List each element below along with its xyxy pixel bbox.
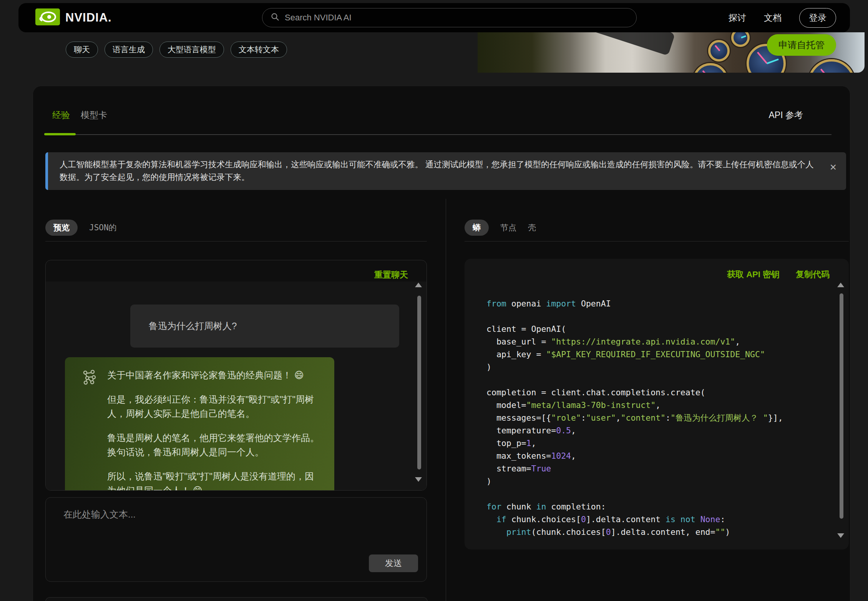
search-input[interactable] xyxy=(284,12,628,23)
apply-self-host-button[interactable]: 申请自托管 xyxy=(767,34,836,56)
assistant-paragraph: 所以，说鲁迅"殴打"或"打"周树人是没有道理的，因为他们是同一个人！ 😊 xyxy=(107,469,321,491)
nav-link-discuss[interactable]: 探讨 xyxy=(729,12,746,24)
model-icon xyxy=(82,370,97,385)
code-line: messages=[{"role":"user","content":"鲁迅为什… xyxy=(486,411,783,424)
code-line: api_key = "$API_KEY_REQUIRED_IF_EXECUTIN… xyxy=(486,348,783,361)
code-line: stream=True xyxy=(486,462,783,475)
code-line: completion = client.chat.completions.cre… xyxy=(486,386,783,399)
banner-accent-bar xyxy=(45,152,48,190)
get-api-key-link[interactable]: 获取 API 密钥 xyxy=(727,269,780,280)
column-divider xyxy=(446,199,446,601)
assistant-message: 关于中国著名作家和评论家鲁迅的经典问题！ 😄 但是，我必须纠正你：鲁迅并没有"殴… xyxy=(65,357,334,491)
copy-code-link[interactable]: 复制代码 xyxy=(796,269,830,280)
subtab-python[interactable]: 蟒 xyxy=(465,220,489,236)
chat-scrollbar-thumb[interactable] xyxy=(417,296,421,469)
nav-link-docs[interactable]: 文档 xyxy=(764,12,782,24)
tag-text-to-text[interactable]: 文本转文本 xyxy=(231,42,287,58)
subtab-json[interactable]: JSON的 xyxy=(89,222,117,233)
close-icon[interactable]: ✕ xyxy=(830,162,837,173)
navbar-links: 探讨 文档 登录 xyxy=(729,8,836,28)
subtab-node[interactable]: 节点 xyxy=(500,222,516,233)
search-icon xyxy=(271,13,279,23)
subtab-shell[interactable]: 壳 xyxy=(528,222,536,233)
code-line: model="meta/llama3-70b-instruct", xyxy=(486,399,783,411)
model-tags: 聊天 语言生成 大型语言模型 文本转文本 xyxy=(66,42,287,58)
banner-text: 人工智能模型基于复杂的算法和机器学习技术生成响应和输出，这些响应或输出可能不准确… xyxy=(48,152,846,190)
chat-box: 重置聊天 鲁迅为什么打周树人? xyxy=(45,260,427,491)
code-line: for chunk in completion: xyxy=(486,500,783,513)
code-panel: 获取 API 密钥 复制代码 from openai import OpenAI… xyxy=(465,259,849,549)
tag-llm[interactable]: 大型语言模型 xyxy=(159,42,224,58)
code-line: client = OpenAI( xyxy=(486,323,783,335)
chat-messages: 鲁迅为什么打周树人? 关于中国著名作家和评 xyxy=(46,281,427,491)
code-line: base_url = "https://integrate.api.nvidia… xyxy=(486,335,783,348)
hero-llama-harness xyxy=(591,32,675,56)
send-button[interactable]: 发送 xyxy=(369,554,418,572)
tab-api-reference[interactable]: API 参考 xyxy=(769,109,803,121)
tab-experience[interactable]: 经验 xyxy=(52,109,70,121)
code-line: temperature=0.5, xyxy=(486,424,783,437)
hero-gauge xyxy=(693,63,728,73)
code-block: from openai import OpenAI client = OpenA… xyxy=(486,297,783,538)
assistant-paragraph: 鲁迅是周树人的笔名，他用它来签署他的文学作品。换句话说，鲁迅和周树人是同一个人。 xyxy=(107,431,321,459)
preview-subtabs: 预览 JSON的 xyxy=(45,220,117,236)
hero-gauge xyxy=(731,32,750,47)
active-tab-underline xyxy=(44,133,76,135)
assistant-paragraph: 关于中国著名作家和评论家鲁迅的经典问题！ 😄 xyxy=(107,368,321,382)
parameters-section-edge[interactable] xyxy=(45,597,428,601)
code-line: max_tokens=1024, xyxy=(486,450,783,462)
login-button[interactable]: 登录 xyxy=(799,8,836,28)
nvidia-logo[interactable]: NVIDIA. xyxy=(35,8,112,27)
main-card: 经验 模型卡 API 参考 人工智能模型基于复杂的算法和机器学习技术生成响应和输… xyxy=(33,86,850,601)
code-subtabs: 蟒 节点 壳 xyxy=(465,220,536,236)
brand-wordmark: NVIDIA. xyxy=(65,11,112,25)
user-message: 鲁迅为什么打周树人? xyxy=(130,305,399,348)
assistant-message-text: 关于中国著名作家和评论家鲁迅的经典问题！ 😄 但是，我必须纠正你：鲁迅并没有"殴… xyxy=(107,368,321,491)
code-scrollbar-thumb[interactable] xyxy=(840,293,843,519)
code-actions: 获取 API 密钥 复制代码 xyxy=(727,269,830,280)
subtab-preview[interactable]: 预览 xyxy=(45,220,78,236)
tag-language-generation[interactable]: 语言生成 xyxy=(105,42,153,58)
user-message-text: 鲁迅为什么打周树人? xyxy=(149,320,237,332)
disclaimer-banner: 人工智能模型基于复杂的算法和机器学习技术生成响应和输出，这些响应或输出可能不准确… xyxy=(45,152,846,190)
code-line: ) xyxy=(486,361,783,373)
tabs-divider xyxy=(45,134,831,135)
code-line: top_p=1, xyxy=(486,437,783,450)
search-bar[interactable] xyxy=(262,8,637,27)
tag-chat[interactable]: 聊天 xyxy=(66,42,98,58)
scroll-up-icon[interactable] xyxy=(837,283,844,287)
chat-input[interactable] xyxy=(63,508,402,555)
code-line xyxy=(486,373,783,386)
code-line: if chunk.choices[0].delta.content is not… xyxy=(486,513,783,526)
code-line: ) xyxy=(486,475,783,488)
scroll-down-icon[interactable] xyxy=(837,533,844,538)
hero-gauge xyxy=(708,40,730,62)
left-subtabs-divider xyxy=(45,241,427,241)
page: NVIDIA. 探讨 文档 登录 申请自托管 聊天 语言生成 xyxy=(0,0,868,601)
tab-model-card[interactable]: 模型卡 xyxy=(81,109,107,121)
chat-input-box: 发送 xyxy=(45,497,427,582)
code-line xyxy=(486,488,783,500)
hero-image: 申请自托管 xyxy=(478,32,865,73)
nvidia-eye-icon xyxy=(35,8,60,27)
right-subtabs-divider xyxy=(465,241,849,241)
scroll-down-icon[interactable] xyxy=(415,477,422,482)
code-line: from openai import OpenAI xyxy=(486,297,783,310)
code-line xyxy=(486,310,783,323)
code-line: print(chunk.choices[0].delta.content, en… xyxy=(486,526,783,538)
scroll-up-icon[interactable] xyxy=(415,283,422,287)
reset-chat-button[interactable]: 重置聊天 xyxy=(374,269,408,281)
top-navbar: NVIDIA. 探讨 文档 登录 xyxy=(18,3,850,32)
assistant-paragraph: 但是，我必须纠正你：鲁迅并没有"殴打"或"打"周树人，周树人实际上是他自己的笔名… xyxy=(107,392,321,421)
hero-gauge xyxy=(808,59,855,73)
